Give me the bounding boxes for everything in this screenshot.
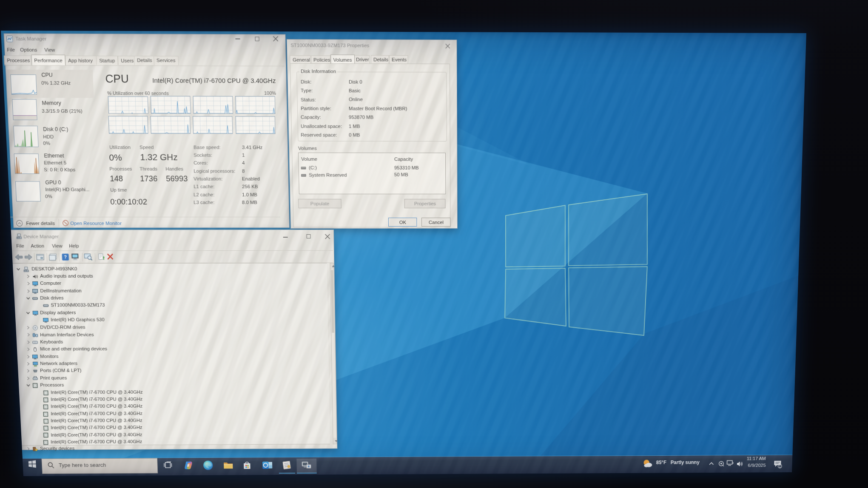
svg-text:?: ? <box>64 255 67 260</box>
svg-text:1: 1 <box>779 464 781 468</box>
